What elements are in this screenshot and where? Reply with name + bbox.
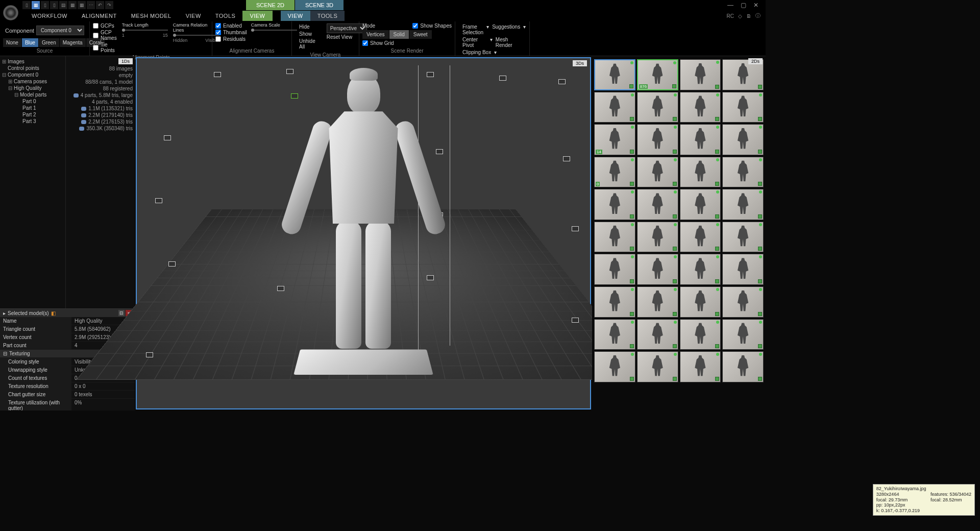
thumbnail[interactable] bbox=[637, 92, 678, 123]
eye-icon[interactable] bbox=[79, 127, 84, 131]
thumbnail[interactable] bbox=[637, 222, 678, 253]
showgrid-checkbox[interactable] bbox=[362, 40, 368, 46]
layout-icon-1[interactable]: ▯ bbox=[22, 1, 31, 9]
minimize-icon[interactable]: — bbox=[727, 2, 733, 9]
layout-icon-7[interactable]: ▦ bbox=[78, 1, 86, 9]
thumbnail[interactable] bbox=[680, 59, 721, 90]
color-blue[interactable]: Blue bbox=[22, 38, 38, 47]
thumbnail[interactable] bbox=[637, 286, 678, 318]
menu-meshmodel[interactable]: MESH MODEL bbox=[124, 11, 179, 21]
enabled-checkbox[interactable] bbox=[215, 23, 221, 29]
info-icon[interactable]: ⓘ bbox=[755, 12, 761, 19]
thumbnail[interactable] bbox=[722, 124, 764, 155]
thumbnail[interactable]: 876 bbox=[637, 59, 678, 90]
suggestions-btn[interactable]: Suggestions bbox=[492, 24, 520, 35]
thumbnail[interactable] bbox=[680, 319, 721, 350]
gcps-checkbox[interactable] bbox=[93, 23, 99, 29]
thumbnail[interactable] bbox=[722, 254, 764, 285]
redo-icon[interactable]: ↷ bbox=[105, 1, 113, 9]
thumbnail[interactable]: 14 bbox=[594, 124, 635, 155]
thumbnail[interactable] bbox=[594, 286, 635, 318]
thumbnail[interactable] bbox=[594, 351, 635, 382]
centerpivot-btn[interactable]: Center Pivot bbox=[462, 37, 487, 48]
layout-icon-2[interactable]: ▦ bbox=[32, 1, 40, 9]
show-btn[interactable]: Show bbox=[299, 31, 315, 37]
eye-icon[interactable] bbox=[81, 107, 86, 111]
thumbnail[interactable] bbox=[637, 319, 678, 350]
showshapes-checkbox[interactable] bbox=[412, 23, 418, 29]
tiepoints-checkbox[interactable] bbox=[93, 45, 99, 51]
thumbnail[interactable] bbox=[680, 254, 721, 285]
thumbnail[interactable] bbox=[637, 254, 678, 285]
unhideall-btn[interactable]: Unhide All bbox=[299, 38, 315, 50]
maximize-icon[interactable]: ▢ bbox=[741, 2, 746, 9]
menu-alignment[interactable]: ALIGNMENT bbox=[75, 11, 124, 21]
residuals-checkbox[interactable] bbox=[215, 36, 221, 42]
menu-view-2d[interactable]: VIEW bbox=[242, 11, 272, 21]
mode-vertices[interactable]: Vertices bbox=[362, 30, 389, 39]
thumbnail[interactable] bbox=[680, 222, 721, 253]
color-none[interactable]: None bbox=[3, 38, 21, 47]
thumbnail[interactable] bbox=[680, 157, 721, 188]
thumbnail[interactable] bbox=[722, 157, 764, 188]
thumbnail[interactable] bbox=[680, 189, 721, 220]
thumbnail[interactable] bbox=[594, 59, 635, 90]
component-select[interactable]: Component 0 bbox=[36, 26, 84, 35]
props-pin-icon[interactable]: ⊟ bbox=[118, 310, 125, 316]
thumbnail[interactable] bbox=[722, 92, 764, 123]
color-green[interactable]: Green bbox=[39, 38, 59, 47]
thumbnail[interactable]: 0 bbox=[594, 157, 635, 188]
frameselection-btn[interactable]: Frame Selection bbox=[462, 24, 483, 35]
thumbnail[interactable] bbox=[637, 124, 678, 155]
menu-tools-3d[interactable]: TOOLS bbox=[310, 11, 345, 21]
thumbnail[interactable] bbox=[637, 189, 678, 220]
eye-icon[interactable] bbox=[81, 120, 86, 124]
undo-icon[interactable]: ↶ bbox=[96, 1, 104, 9]
thumbnail[interactable] bbox=[637, 157, 678, 188]
color-magenta[interactable]: Magenta bbox=[60, 38, 86, 47]
camrel-slider[interactable] bbox=[173, 35, 219, 36]
thumbnail[interactable] bbox=[680, 92, 721, 123]
thumbnail[interactable] bbox=[722, 222, 764, 253]
layout-icon-6[interactable]: ▦ bbox=[68, 1, 77, 9]
thumbnail[interactable] bbox=[637, 351, 678, 382]
doc-icon[interactable]: 🗎 bbox=[746, 13, 751, 19]
layout-icon-8[interactable]: ⋯ bbox=[87, 1, 95, 9]
menu-tools[interactable]: TOOLS bbox=[208, 11, 243, 21]
eye-icon[interactable] bbox=[74, 93, 79, 98]
meshrender-btn[interactable]: Mesh Render bbox=[496, 37, 522, 48]
gcpnames-checkbox[interactable] bbox=[93, 33, 99, 38]
thumbnail[interactable] bbox=[594, 254, 635, 285]
menu-workflow[interactable]: WORKFLOW bbox=[24, 11, 75, 21]
tab-scene-2d[interactable]: SCENE 2D bbox=[246, 0, 295, 10]
thumbnail[interactable] bbox=[680, 351, 721, 382]
tracklength-slider[interactable] bbox=[122, 30, 168, 31]
menu-view[interactable]: VIEW bbox=[179, 11, 208, 21]
clippingbox-btn[interactable]: Clipping Box bbox=[462, 50, 491, 55]
thumbnail[interactable] bbox=[722, 351, 764, 382]
help-icon[interactable]: ◇ bbox=[738, 13, 742, 19]
thumbnail[interactable] bbox=[680, 124, 721, 155]
thumbnail[interactable] bbox=[594, 92, 635, 123]
thumbnail[interactable] bbox=[722, 319, 764, 350]
eye-icon[interactable] bbox=[81, 113, 86, 117]
layout-icon-4[interactable]: ▯ bbox=[50, 1, 58, 9]
thumbnail[interactable] bbox=[594, 222, 635, 253]
thumbnail[interactable] bbox=[680, 286, 721, 318]
hide-btn[interactable]: Hide bbox=[299, 23, 315, 30]
ribbon: Component Component 0 None Blue Green Ma… bbox=[0, 21, 766, 56]
mode-sweet[interactable]: Sweet bbox=[409, 30, 432, 39]
thumbnail[interactable] bbox=[722, 189, 764, 220]
viewport-3d[interactable]: 3Ds bbox=[136, 57, 591, 409]
close-icon[interactable]: ✕ bbox=[753, 2, 758, 9]
layout-icon-5[interactable]: ▤ bbox=[59, 1, 67, 9]
tab-scene-3d[interactable]: SCENE 3D bbox=[295, 0, 344, 10]
menu-view-3d[interactable]: VIEW bbox=[281, 11, 310, 21]
thumbnail[interactable] bbox=[594, 319, 635, 350]
thumbnail[interactable] bbox=[594, 189, 635, 220]
camscale-slider[interactable] bbox=[251, 30, 297, 31]
thumbnail[interactable] bbox=[722, 286, 764, 318]
mode-solid[interactable]: Solid bbox=[389, 30, 409, 39]
scene-tabs: SCENE 2D SCENE 3D bbox=[246, 0, 344, 10]
layout-icon-3[interactable]: ▯ bbox=[41, 1, 49, 9]
